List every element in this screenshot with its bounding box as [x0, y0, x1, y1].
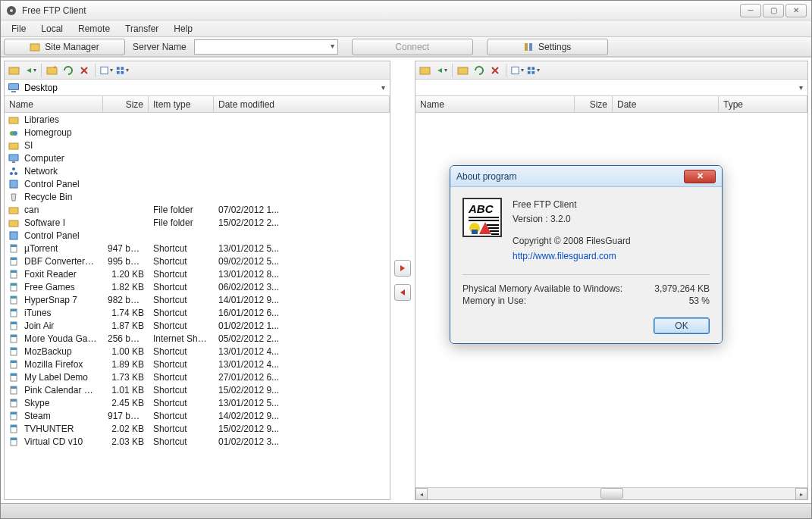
ok-button[interactable]: OK: [654, 317, 710, 334]
file-name: Skype: [20, 398, 103, 408]
connect-button[interactable]: Connect: [352, 39, 473, 55]
col-size[interactable]: Size: [575, 96, 613, 112]
col-name[interactable]: Name: [415, 96, 575, 112]
site-manager-button[interactable]: Site Manager: [4, 39, 125, 55]
file-row[interactable]: Virtual CD v102.03 KBShortcut01/02/2012 …: [5, 435, 390, 448]
file-size: 947 bytes: [103, 243, 149, 254]
svg-rect-2: [30, 44, 39, 51]
menu-file[interactable]: File: [5, 22, 32, 36]
close-button[interactable]: ✕: [785, 4, 807, 17]
new-folder-icon[interactable]: *: [45, 64, 59, 77]
file-row[interactable]: More Youda Games256 bytesInternet Short.…: [5, 332, 390, 345]
menu-remote[interactable]: Remote: [72, 22, 116, 36]
sites-icon: [30, 42, 40, 52]
settings-button[interactable]: Settings: [487, 39, 608, 55]
local-path-bar[interactable]: Desktop: [5, 80, 390, 96]
file-row[interactable]: DBF Converters S...995 bytesShortcut09/0…: [5, 255, 390, 267]
new-folder-icon[interactable]: [456, 64, 470, 77]
col-type[interactable]: Item type: [149, 96, 214, 112]
transfer-right-button[interactable]: [394, 260, 411, 277]
transfer-left-button[interactable]: [394, 284, 411, 301]
file-size: 995 bytes: [103, 256, 149, 267]
file-date: 27/01/2012 6...: [214, 372, 297, 383]
separator: [95, 64, 96, 77]
delete-icon[interactable]: [77, 64, 91, 77]
file-icon: [8, 268, 20, 280]
file-row[interactable]: Mozilla Firefox1.89 KBShortcut13/01/2012…: [5, 358, 390, 370]
refresh-icon[interactable]: [472, 64, 486, 77]
file-row[interactable]: canFile folder07/02/2012 1...: [5, 203, 390, 216]
file-size: 2.03 KB: [103, 436, 149, 447]
scroll-left-button[interactable]: ◂: [415, 488, 428, 500]
local-file-list[interactable]: LibrariesHomegroupSIComputerNetworkContr…: [5, 113, 390, 499]
file-row[interactable]: My Label Demo1.73 KBShortcut27/01/2012 6…: [5, 370, 390, 383]
file-row[interactable]: Foxit Reader1.20 KBShortcut13/01/2012 8.…: [5, 267, 390, 280]
view-mode-icon[interactable]: [526, 64, 540, 77]
file-row[interactable]: Software IFile folder15/02/2012 2...: [5, 216, 390, 229]
delete-icon[interactable]: [488, 64, 502, 77]
file-name: HyperSnap 7: [20, 295, 103, 305]
svg-rect-62: [458, 67, 468, 74]
properties-icon[interactable]: [510, 64, 524, 77]
file-row[interactable]: Control Panel: [5, 177, 390, 190]
file-size: 1.87 KB: [103, 320, 149, 331]
file-row[interactable]: Steam917 bytesShortcut14/02/2012 9...: [5, 409, 390, 422]
refresh-icon[interactable]: [61, 64, 75, 77]
file-row[interactable]: TVHUNTER2.02 KBShortcut15/02/2012 9...: [5, 422, 390, 435]
remote-path-bar[interactable]: [415, 80, 807, 96]
remote-hscrollbar[interactable]: ◂ ▸: [415, 487, 807, 499]
server-name-label: Server Name: [128, 42, 191, 52]
col-date[interactable]: Date modified: [214, 96, 390, 112]
file-name: My Label Demo: [20, 372, 103, 383]
local-pane: * Desktop Name Size Item type Date modif…: [4, 61, 390, 500]
col-type[interactable]: Type: [719, 96, 807, 112]
svg-rect-25: [10, 180, 17, 188]
file-name: Mozilla Firefox: [20, 359, 103, 370]
separator: [506, 64, 506, 77]
minimize-button[interactable]: ─: [740, 4, 761, 17]
file-row[interactable]: Computer: [5, 152, 390, 164]
file-icon: [8, 358, 20, 370]
file-row[interactable]: HyperSnap 7982 bytesShortcut14/01/2012 9…: [5, 293, 390, 306]
view-mode-icon[interactable]: [115, 64, 129, 77]
menu-help[interactable]: Help: [168, 22, 199, 36]
file-row[interactable]: Skype2.45 KBShortcut13/01/2012 5...: [5, 396, 390, 409]
local-columns: Name Size Item type Date modified: [5, 96, 390, 113]
col-date[interactable]: Date: [613, 96, 719, 112]
file-row[interactable]: iTunes1.74 KBShortcut16/01/2012 6...: [5, 306, 390, 319]
file-row[interactable]: Free Games1.82 KBShortcut06/02/2012 3...: [5, 280, 390, 293]
file-row[interactable]: SI: [5, 139, 390, 152]
scroll-thumb[interactable]: [600, 488, 623, 499]
file-row[interactable]: Libraries: [5, 113, 390, 126]
svg-rect-4: [529, 43, 532, 51]
server-name-combo[interactable]: [194, 39, 338, 55]
folder-open-icon[interactable]: [419, 64, 432, 77]
file-type: Shortcut: [149, 243, 214, 254]
file-row[interactable]: µTorrent947 bytesShortcut13/01/2012 5...: [5, 242, 390, 255]
menu-local[interactable]: Local: [35, 22, 69, 36]
app-logo-icon: ABC: [462, 198, 502, 237]
col-size[interactable]: Size: [103, 96, 149, 112]
file-row[interactable]: MozBackup1.00 KBShortcut13/01/2012 4...: [5, 345, 390, 358]
properties-icon[interactable]: [99, 64, 113, 77]
svg-rect-42: [11, 322, 17, 324]
file-row[interactable]: Pink Calendar & ...1.01 KBShortcut15/02/…: [5, 383, 390, 396]
file-row[interactable]: Recycle Bin: [5, 190, 390, 203]
scroll-right-button[interactable]: ▸: [795, 488, 807, 500]
file-row[interactable]: Join Air1.87 KBShortcut01/02/2012 1...: [5, 319, 390, 332]
back-dd-icon[interactable]: [434, 64, 448, 77]
desktop-icon: [8, 83, 20, 93]
back-dd-icon[interactable]: [24, 64, 37, 77]
file-row[interactable]: Homegroup: [5, 126, 390, 139]
scroll-track[interactable]: [428, 488, 795, 499]
col-name[interactable]: Name: [5, 96, 103, 112]
folder-open-icon[interactable]: [8, 64, 21, 77]
file-name: Software I: [20, 217, 103, 228]
maximize-button[interactable]: ▢: [763, 4, 784, 17]
file-size: 1.01 KB: [103, 385, 149, 396]
file-row[interactable]: Control Panel: [5, 229, 390, 242]
dialog-close-button[interactable]: ✕: [684, 170, 716, 183]
file-row[interactable]: Network: [5, 164, 390, 177]
dialog-link[interactable]: http://www.filesguard.com: [513, 249, 631, 264]
menu-transfer[interactable]: Transfer: [119, 22, 165, 36]
